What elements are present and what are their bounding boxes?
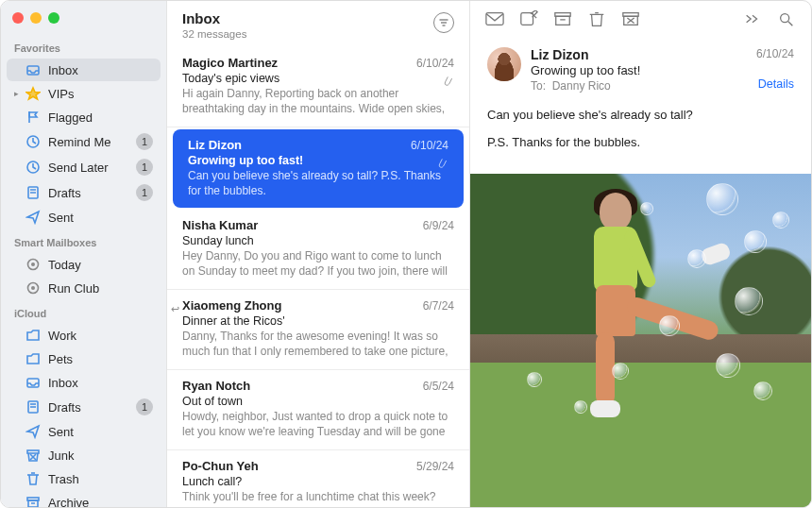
message-row[interactable]: ↩Xiaomeng Zhong6/7/24Dinner at the Ricos…: [167, 290, 469, 370]
pets-icon: [25, 351, 41, 366]
message-preview: Hey Danny, Do you and Rigo want to come …: [182, 249, 454, 279]
sidebar-section-label: Favorites: [7, 35, 161, 58]
sidebar-item-remind[interactable]: Remind Me1: [7, 129, 161, 154]
close-window[interactable]: [12, 12, 24, 24]
filter-icon: [438, 17, 449, 28]
sidebar-item-sent2[interactable]: Sent: [7, 420, 161, 443]
today-icon: [25, 257, 41, 272]
sidebar-item-label: Today: [48, 258, 153, 272]
sidebar-item-label: Work: [48, 329, 153, 343]
attachment-image[interactable]: [470, 174, 811, 507]
search-button[interactable]: [777, 10, 796, 30]
compose-button[interactable]: [519, 10, 538, 30]
message-sender: Nisha Kumar: [182, 218, 423, 232]
sidebar-item-label: Drafts: [48, 400, 136, 415]
recipient-line: To: Danny Rico: [531, 79, 756, 93]
badge: 1: [136, 133, 153, 150]
sent-icon: [25, 210, 41, 225]
sidebar-item-label: Flagged: [48, 110, 153, 125]
list-header: Inbox 32 messages: [167, 1, 469, 47]
junk-button[interactable]: [621, 10, 640, 30]
sidebar-item-junk[interactable]: Junk: [7, 444, 161, 466]
sender-avatar[interactable]: [487, 47, 521, 81]
message-preview: Danny, Thanks for the awesome evening! I…: [182, 330, 454, 360]
vips-icon: [25, 86, 41, 101]
message-sender: Xiaomeng Zhong: [182, 298, 423, 313]
drafts2-icon: [25, 399, 41, 415]
envelope-button[interactable]: [485, 10, 504, 30]
badge: 1: [136, 398, 153, 415]
envelope-icon: [485, 10, 504, 27]
message-date: 6/10/24: [416, 57, 454, 70]
message-row[interactable]: Liz Dizon6/10/24Growing up too fast!Can …: [173, 129, 464, 208]
sidebar-item-label: Trash: [48, 472, 153, 486]
sidebar-item-pets[interactable]: Pets: [7, 347, 161, 370]
sidebar-item-vips[interactable]: ▸VIPs: [7, 82, 161, 105]
message-date: 5/29/24: [416, 460, 454, 473]
sidebar-item-archive[interactable]: Archive: [7, 491, 161, 507]
message-row[interactable]: Magico Martinez6/10/24Today's epic views…: [167, 47, 469, 127]
sender-name: Liz Dizon: [531, 47, 756, 62]
trash-icon: [587, 10, 606, 27]
message-preview: Can you believe she's already so tall? P…: [188, 169, 448, 198]
message-subject: Growing up too fast!: [188, 154, 448, 167]
sidebar-item-label: Pets: [48, 352, 153, 366]
sidebar-item-label: Remind Me: [48, 135, 136, 149]
filter-button[interactable]: [433, 12, 454, 33]
archive-icon: [553, 10, 572, 27]
svg-rect-31: [556, 16, 570, 25]
sidebar-item-label: Inbox: [48, 63, 153, 77]
message-date: 6/5/24: [423, 380, 454, 393]
message-subject: Lunch call?: [182, 475, 454, 488]
sidebar-item-today[interactable]: Today: [7, 253, 161, 276]
sidebar: FavoritesInbox▸VIPsFlaggedRemind Me1Send…: [1, 1, 166, 507]
sidebar-section-label: iCloud: [7, 300, 161, 323]
svg-line-39: [788, 22, 793, 26]
attachment-icon: [437, 158, 448, 172]
message-row[interactable]: Ryan Notch6/5/24Out of townHowdy, neighb…: [167, 370, 469, 450]
attachment-icon: [443, 76, 454, 90]
message-subject: Today's epic views: [182, 72, 454, 85]
minimize-window[interactable]: [30, 12, 42, 24]
message-toolbar: [470, 1, 811, 40]
archive-button[interactable]: [553, 10, 572, 30]
more-button[interactable]: [743, 10, 762, 30]
svg-point-9: [31, 262, 35, 266]
message-sender: Liz Dizon: [188, 138, 411, 152]
runclub-icon: [25, 280, 41, 296]
details-link[interactable]: Details: [756, 77, 794, 91]
message-list[interactable]: Magico Martinez6/10/24Today's epic views…: [167, 47, 469, 507]
svg-rect-26: [486, 13, 503, 25]
delete-button[interactable]: [587, 10, 606, 30]
message-date: 6/7/24: [423, 299, 454, 313]
sidebar-item-sendlater[interactable]: Send Later1: [7, 155, 161, 179]
sidebar-item-sent[interactable]: Sent: [7, 206, 161, 229]
sidebar-item-inbox2[interactable]: Inbox: [7, 371, 161, 394]
message-subject: Growing up too fast!: [531, 63, 756, 77]
zoom-window[interactable]: [48, 12, 59, 24]
message-row[interactable]: Nisha Kumar6/9/24Sunday lunchHey Danny, …: [167, 210, 469, 290]
sidebar-item-trash[interactable]: Trash: [7, 467, 161, 490]
sidebar-item-drafts2[interactable]: Drafts1: [7, 395, 161, 419]
sidebar-item-work[interactable]: Work: [7, 324, 161, 347]
sidebar-item-flagged[interactable]: Flagged: [7, 106, 161, 128]
sidebar-item-label: Send Later: [48, 161, 136, 175]
message-row[interactable]: Po-Chun Yeh5/29/24Lunch call?Think you'l…: [167, 450, 469, 507]
badge: 1: [136, 159, 153, 176]
flagged-icon: [25, 110, 41, 125]
mail-window: FavoritesInbox▸VIPsFlaggedRemind Me1Send…: [0, 0, 812, 508]
sidebar-item-inbox[interactable]: Inbox: [7, 59, 161, 81]
sidebar-section-label: Smart Mailboxes: [7, 229, 161, 252]
message-subject: Out of town: [182, 395, 454, 408]
message-preview: Think you'll be free for a lunchtime cha…: [182, 490, 454, 507]
svg-point-38: [781, 14, 789, 23]
message-list-pane: Inbox 32 messages Magico Martinez6/10/24…: [166, 1, 470, 507]
sidebar-item-label: Junk: [48, 449, 153, 463]
sidebar-item-drafts[interactable]: Drafts1: [7, 180, 161, 205]
inbox-icon: [25, 62, 41, 77]
drafts-icon: [25, 185, 41, 200]
sendlater-icon: [25, 160, 41, 175]
sidebar-item-runclub[interactable]: Run Club: [7, 277, 161, 299]
message-sender: Po-Chun Yeh: [182, 459, 416, 473]
disclosure-icon: ▸: [14, 89, 25, 98]
